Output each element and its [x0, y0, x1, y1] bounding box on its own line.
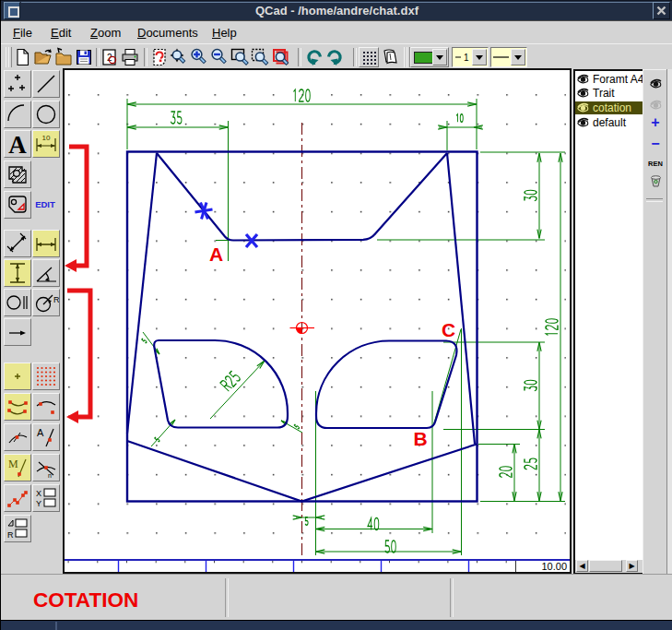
svg-text:R: R	[7, 530, 14, 540]
svg-text:A: A	[37, 427, 44, 438]
svg-text:10: 10	[42, 134, 51, 142]
svg-text:1: 1	[464, 53, 469, 63]
svg-text:A: A	[209, 244, 223, 265]
svg-text:Y: Y	[36, 499, 41, 508]
svg-text:B: B	[413, 428, 427, 449]
svg-text:n: n	[48, 472, 52, 479]
svg-text:M: M	[8, 458, 18, 470]
svg-text:X: X	[36, 489, 41, 498]
svg-text:R: R	[53, 295, 59, 304]
svg-text:A: A	[8, 131, 27, 157]
svg-text:C: C	[442, 319, 455, 340]
svg-text:EDIT: EDIT	[35, 199, 55, 209]
